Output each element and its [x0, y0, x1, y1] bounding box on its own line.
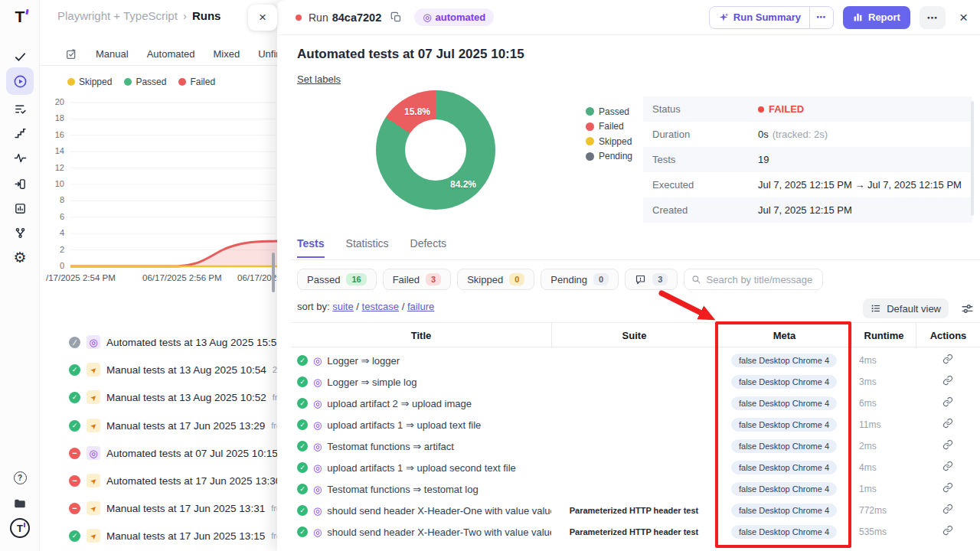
run-title: Manual tests at 17 Jun 2025 13:29 — [106, 420, 265, 432]
legend-failed: Failed — [178, 77, 215, 87]
sort-testcase-link[interactable]: testcase — [362, 301, 399, 312]
run-list-item[interactable]: Automated tests at 17 Jun 2025 13:30 — [40, 471, 277, 490]
more-options-button[interactable]: ⋯ — [920, 6, 946, 29]
run-summary-button[interactable]: Run Summary — [710, 7, 809, 28]
app-logo-icon[interactable]: T — [0, 6, 40, 28]
run-suffix: 2 — [273, 365, 277, 374]
default-view-button[interactable]: Default view — [863, 298, 949, 318]
automated-test-icon — [313, 419, 322, 431]
run-list-item[interactable]: Manual tests at 13 Aug 2025 10:52 from — [40, 388, 277, 406]
table-row[interactable]: upload artifacts 1 ⇒ upload text file fa… — [291, 414, 980, 435]
table-row[interactable]: upload artifact 2 ⇒ upload image false D… — [291, 393, 980, 414]
search-input[interactable] — [707, 274, 816, 285]
sort-failure-link[interactable]: failure — [407, 301, 434, 312]
run-list-item[interactable]: Automated tests at 07 Jul 2025 10:15 — [40, 444, 277, 462]
run-list-item[interactable]: Manual tests at 17 Jun 2025 13:15 from — [40, 527, 277, 545]
help-icon[interactable]: ? — [0, 467, 40, 488]
settings-icon[interactable]: ⚙ — [0, 246, 40, 268]
tab-unfinished[interactable]: Unfinished — [258, 48, 277, 60]
screen: T ⚙ ? T Playwright + TypeScript›Runs Man… — [0, 0, 980, 551]
table-row[interactable]: should send header X-Header-One with val… — [291, 500, 980, 521]
info-row-status: Status FAILED — [643, 96, 972, 122]
legend-skipped: Skipped — [67, 77, 112, 87]
icon-rail: T ⚙ ? T — [0, 0, 40, 551]
run-status-icon — [69, 392, 80, 403]
col-actions[interactable]: Actions — [916, 323, 980, 348]
comments-count-badge: 3 — [652, 273, 668, 285]
copy-icon[interactable] — [390, 11, 402, 23]
set-labels-link[interactable]: Set labels — [297, 73, 341, 85]
tab-manual[interactable]: Manual — [96, 48, 129, 60]
run-list-item[interactable]: Automated tests at 13 Aug 2025 15:53 — [40, 333, 277, 351]
close-runs-tab-button[interactable]: × — [248, 5, 277, 31]
projects-folder-icon[interactable] — [0, 493, 40, 514]
run-summary-more-button[interactable]: ⋯ — [810, 7, 833, 28]
chip-skipped[interactable]: Skipped0 — [457, 269, 534, 290]
link-icon[interactable] — [942, 482, 953, 496]
tab-mixed[interactable]: Mixed — [214, 48, 240, 60]
failed-dot-icon — [178, 78, 186, 86]
sort-suite-link[interactable]: suite — [332, 301, 353, 312]
link-icon[interactable] — [942, 375, 953, 389]
table-row[interactable]: upload artifacts 1 ⇒ upload second text … — [291, 457, 980, 478]
link-icon[interactable] — [942, 418, 953, 432]
profile-avatar[interactable]: T — [0, 517, 40, 539]
breadcrumb-project[interactable]: Playwright + TypeScript — [57, 9, 178, 22]
test-title: Testomat functions ⇒ artifact — [327, 441, 454, 452]
chip-pending[interactable]: Pending0 — [541, 269, 619, 290]
filter-settings-icon[interactable] — [961, 302, 974, 315]
table-row[interactable]: Testomat functions ⇒ artifact false Desk… — [291, 435, 980, 457]
run-status-icon — [69, 337, 80, 348]
imports-icon[interactable] — [0, 173, 40, 194]
test-title: upload artifacts 1 ⇒ upload second text … — [327, 462, 516, 474]
col-title[interactable]: Title — [291, 323, 551, 348]
tab-statistics[interactable]: Statistics — [346, 237, 389, 258]
run-filter-tabs: Manual Automated Mixed Unfinished — [40, 43, 277, 66]
test-runtime: 1ms — [851, 484, 916, 494]
link-icon[interactable] — [942, 396, 953, 410]
view-controls: Default view — [863, 298, 974, 318]
runs-icon[interactable] — [6, 67, 34, 95]
table-row[interactable]: Testomat functions ⇒ testomat log false … — [291, 478, 980, 500]
pulse-icon[interactable] — [0, 147, 40, 168]
tab-automated[interactable]: Automated — [147, 48, 195, 60]
automated-badge[interactable]: automated — [414, 8, 494, 26]
chip-failed[interactable]: Failed3 — [383, 269, 452, 290]
tab-tests[interactable]: Tests — [297, 237, 325, 258]
tab-defects[interactable]: Defects — [410, 237, 446, 258]
branches-icon[interactable] — [0, 222, 40, 243]
panel-scrollbar[interactable] — [272, 253, 275, 292]
run-list-item[interactable]: Manual tests at 17 Jun 2025 13:29 from — [40, 416, 277, 435]
milestones-icon[interactable] — [0, 122, 40, 144]
link-icon[interactable] — [942, 504, 953, 517]
link-icon[interactable] — [942, 525, 953, 539]
analytics-icon[interactable] — [0, 197, 40, 219]
chip-passed[interactable]: Passed16 — [297, 269, 377, 290]
link-icon[interactable] — [942, 461, 953, 474]
run-type-icon — [87, 501, 100, 515]
run-list-item[interactable]: Manual tests at 13 Aug 2025 10:54 2 — [40, 360, 277, 379]
run-list-item[interactable]: Manual tests at 17 Jun 2025 13:31 from — [40, 499, 277, 517]
col-suite[interactable]: Suite — [551, 323, 717, 348]
test-runtime: 4ms — [851, 355, 916, 366]
table-row[interactable]: Logger ⇒ simple log false Desktop Chrome… — [291, 371, 980, 393]
table-row[interactable]: should send header X-Header-Two with val… — [291, 521, 980, 543]
test-title: upload artifacts 1 ⇒ upload text file — [327, 419, 481, 431]
select-runs-icon[interactable] — [65, 48, 77, 60]
test-plans-icon[interactable] — [0, 98, 40, 119]
col-runtime[interactable]: Runtime — [851, 323, 916, 348]
legend-passed: Passed — [124, 77, 166, 87]
close-run-icon[interactable]: × — [959, 9, 968, 26]
automated-test-icon — [313, 355, 322, 367]
link-icon[interactable] — [942, 439, 953, 453]
passed-check-icon — [297, 355, 308, 366]
tests-icon[interactable] — [0, 46, 40, 67]
report-button[interactable]: Report — [843, 6, 910, 29]
test-suite: Parameterized HTTP header test — [551, 506, 717, 515]
passed-dot-icon — [586, 107, 594, 116]
link-icon[interactable] — [942, 354, 953, 367]
chip-comments[interactable]: 3 — [625, 269, 678, 290]
info-scrollbar[interactable] — [971, 101, 974, 216]
table-row[interactable]: Logger ⇒ logger false Desktop Chrome 4 4… — [291, 350, 980, 371]
col-meta[interactable]: Meta — [717, 323, 851, 348]
